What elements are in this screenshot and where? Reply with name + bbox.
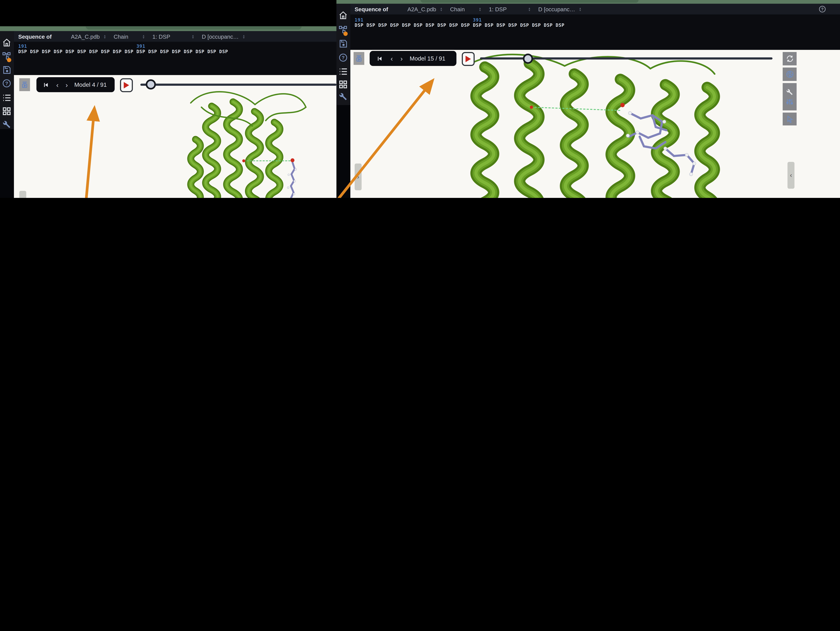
window-model15-sidebar — [336, 4, 351, 105]
reset-camera-button[interactable] — [783, 52, 797, 65]
next-model-button[interactable]: › — [66, 81, 68, 88]
sort-arrows-icon[interactable]: ▲▼ — [243, 34, 245, 39]
collapse-panel-chevron[interactable]: ‹ — [788, 162, 794, 189]
operator-select[interactable]: D [occupanc… — [202, 33, 239, 40]
molstar-composite-screenshot: Sequence of A2A_C.pdb ▲▼ Chain ▲▼ 1: DSP… — [0, 0, 840, 198]
skip-to-first-icon[interactable] — [43, 82, 49, 88]
chain-select[interactable]: Chain — [450, 6, 464, 12]
selection-mode-button[interactable] — [783, 113, 797, 126]
wrench-icon[interactable] — [339, 92, 348, 101]
window-model15-sequence-header: Sequence of A2A_C.pdb ▲▼ Chain ▲▼ 1: DSP… — [351, 4, 840, 14]
previous-model-button[interactable]: ‹ — [56, 81, 58, 88]
collapse-panel-chevron[interactable]: › — [19, 191, 26, 198]
collapse-panel-chevron[interactable]: › — [355, 163, 362, 190]
sequence-of-label: Sequence of — [355, 6, 388, 12]
help-icon[interactable] — [339, 53, 348, 62]
play-button[interactable] — [462, 52, 475, 66]
sequence-residue-numbers: 191 391 — [18, 43, 145, 49]
layout-grid-icon[interactable] — [2, 107, 11, 115]
play-icon — [124, 82, 129, 89]
window-model15-viewport[interactable] — [351, 50, 840, 198]
log-list-icon[interactable] — [339, 67, 348, 76]
structure-select[interactable]: A2A_C.pdb — [71, 33, 99, 40]
window-model4-titlebar-tab — [86, 26, 302, 29]
home-icon[interactable] — [339, 11, 348, 20]
screenshot-button[interactable] — [783, 68, 797, 81]
model-slider-track[interactable] — [140, 84, 336, 86]
chain-select[interactable]: Chain — [114, 33, 128, 40]
protein-ribbon-model4 — [14, 75, 338, 198]
notification-dot — [343, 32, 348, 36]
model-slider-handle[interactable] — [523, 54, 533, 64]
sort-arrows-icon[interactable]: ▲▼ — [440, 7, 443, 11]
protein-ribbon-model15 — [351, 50, 840, 198]
sequence-residues[interactable]: DSP DSP DSP DSP DSP DSP DSP DSP DSP DSP … — [355, 22, 565, 28]
sort-arrows-icon[interactable]: ▲▼ — [104, 34, 106, 39]
window-model15-titlebar-tab — [421, 0, 639, 3]
model-counter: Model 15 / 91 — [410, 55, 445, 62]
sort-arrows-icon[interactable]: ▲▼ — [579, 7, 581, 11]
controls-button[interactable] — [783, 83, 797, 111]
model-slider-handle[interactable] — [146, 79, 156, 90]
log-list-icon[interactable] — [2, 93, 11, 103]
sequence-residue-numbers: 191 391 — [355, 17, 482, 22]
entity-select[interactable]: 1: DSP — [489, 6, 507, 12]
model-counter: Model 4 / 91 — [74, 82, 107, 88]
model-stepper-model15: ‹ › Model 15 / 91 — [369, 51, 456, 66]
window-model4-sidebar — [0, 31, 14, 129]
layout-grid-icon[interactable] — [339, 80, 348, 89]
window-model15-sequence-panel[interactable]: 191 391 DSP DSP DSP DSP DSP DSP DSP DSP … — [351, 14, 840, 50]
sort-arrows-icon[interactable]: ▲▼ — [142, 34, 145, 39]
previous-model-button[interactable]: ‹ — [390, 55, 393, 62]
window-model4-sequence-header: Sequence of A2A_C.pdb ▲▼ Chain ▲▼ 1: DSP… — [14, 31, 342, 42]
sort-arrows-icon[interactable]: ▲▼ — [479, 7, 482, 11]
sequence-residues[interactable]: DSP DSP DSP DSP DSP DSP DSP DSP DSP DSP … — [18, 49, 228, 54]
play-icon — [466, 56, 471, 62]
window-model4-sequence-panel[interactable]: 191 391 DSP DSP DSP DSP DSP DSP DSP DSP … — [14, 42, 338, 75]
animation-menu-button[interactable] — [354, 52, 364, 65]
notification-dot — [7, 58, 11, 62]
structure-select[interactable]: A2A_C.pdb — [407, 6, 436, 12]
sequence-of-label: Sequence of — [18, 33, 52, 40]
save-session-icon[interactable] — [2, 65, 11, 74]
wrench-icon[interactable] — [2, 120, 11, 129]
operator-select[interactable]: D [occupanc… — [538, 6, 575, 12]
help-icon[interactable] — [2, 79, 11, 88]
model-stepper-model4: ‹ › Model 4 / 91 — [36, 77, 115, 92]
next-model-button[interactable]: › — [400, 55, 403, 62]
home-icon[interactable] — [2, 38, 11, 47]
animation-menu-button[interactable] — [19, 78, 30, 91]
entity-select[interactable]: 1: DSP — [152, 33, 170, 40]
sort-arrows-icon[interactable]: ▲▼ — [192, 34, 194, 39]
skip-to-first-icon[interactable] — [377, 55, 382, 62]
save-session-icon[interactable] — [339, 39, 348, 48]
help-circle-icon[interactable] — [818, 5, 826, 13]
play-button[interactable] — [120, 78, 133, 92]
window-model4-viewport[interactable] — [14, 75, 338, 198]
sort-arrows-icon[interactable]: ▲▼ — [528, 7, 531, 11]
